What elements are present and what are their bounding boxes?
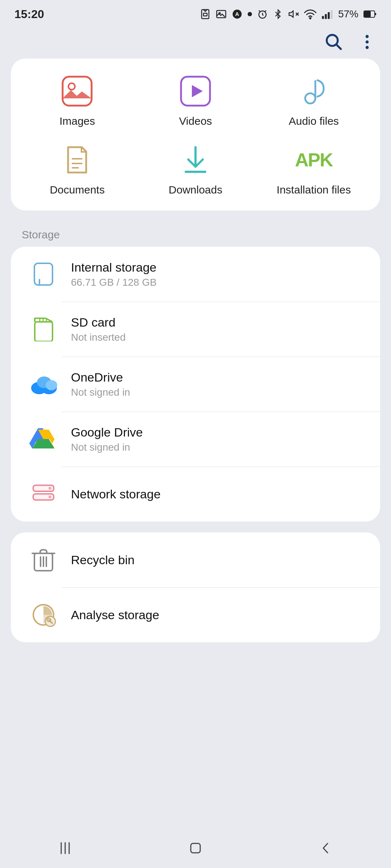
svg-rect-36 bbox=[39, 279, 40, 281]
svg-point-21 bbox=[366, 41, 369, 44]
recent-apps-button[interactable] bbox=[56, 839, 74, 857]
internal-storage-icon bbox=[29, 260, 58, 289]
svg-marker-7 bbox=[289, 11, 293, 17]
search-button[interactable] bbox=[324, 33, 343, 51]
audio-icon-wrap bbox=[296, 73, 332, 109]
images-icon-wrap bbox=[59, 73, 95, 109]
svg-rect-16 bbox=[375, 13, 376, 15]
alarm-icon bbox=[257, 9, 268, 20]
badge-icon: A bbox=[232, 9, 243, 20]
storage-googledrive[interactable]: Google Drive Not signed in bbox=[11, 412, 380, 467]
svg-point-27 bbox=[305, 93, 315, 103]
videos-icon-wrap bbox=[177, 73, 214, 109]
back-button[interactable] bbox=[317, 839, 335, 857]
svg-rect-58 bbox=[33, 494, 54, 500]
misc-card: Recycle bin Analyse storage bbox=[11, 532, 380, 642]
bluetooth-icon bbox=[273, 9, 283, 19]
analyse-storage-icon bbox=[29, 600, 58, 629]
svg-rect-17 bbox=[364, 11, 371, 17]
videos-label: Videos bbox=[179, 115, 212, 127]
svg-point-22 bbox=[366, 46, 369, 49]
analyse-storage[interactable]: Analyse storage bbox=[11, 587, 380, 642]
svg-point-10 bbox=[310, 18, 311, 19]
network-storage-icon bbox=[29, 480, 58, 509]
downloads-icon-wrap bbox=[177, 142, 214, 178]
sim-icon bbox=[200, 9, 211, 20]
googledrive-icon bbox=[29, 425, 58, 454]
svg-rect-23 bbox=[63, 77, 92, 106]
network-storage-text: Network storage bbox=[71, 487, 161, 501]
internal-storage-title: Internal storage bbox=[71, 260, 157, 275]
storage-network[interactable]: Network storage bbox=[11, 467, 380, 522]
wifi-icon bbox=[304, 9, 316, 20]
googledrive-text: Google Drive Not signed in bbox=[71, 425, 143, 453]
downloads-label: Downloads bbox=[169, 184, 222, 196]
svg-marker-26 bbox=[192, 85, 203, 97]
storage-list-card: Internal storage 66.71 GB / 128 GB SD ca… bbox=[11, 247, 380, 522]
sdcard-icon bbox=[29, 315, 58, 344]
svg-rect-12 bbox=[325, 14, 327, 19]
status-icons: A 57% bbox=[200, 8, 377, 20]
svg-rect-37 bbox=[35, 322, 52, 341]
storage-section-label: Storage bbox=[0, 221, 391, 247]
status-time: 15:20 bbox=[14, 8, 44, 21]
sdcard-title: SD card bbox=[71, 315, 126, 329]
home-button[interactable] bbox=[186, 839, 205, 857]
onedrive-subtitle: Not signed in bbox=[71, 387, 130, 398]
googledrive-subtitle: Not signed in bbox=[71, 442, 143, 453]
svg-point-20 bbox=[366, 35, 369, 38]
photo-icon bbox=[216, 9, 227, 20]
analyse-storage-title: Analyse storage bbox=[71, 608, 159, 622]
recycle-bin-title: Recycle bin bbox=[71, 553, 135, 567]
status-bar: 15:20 A 57% bbox=[0, 0, 391, 25]
category-card: Images Videos Audio files bbox=[11, 59, 380, 210]
network-storage-title: Network storage bbox=[71, 487, 161, 501]
svg-rect-71 bbox=[191, 843, 200, 853]
svg-line-19 bbox=[337, 45, 341, 49]
onedrive-text: OneDrive Not signed in bbox=[71, 370, 130, 398]
category-grid: Images Videos Audio files bbox=[18, 73, 373, 196]
navigation-bar bbox=[0, 832, 391, 868]
analyse-storage-text: Analyse storage bbox=[71, 608, 159, 622]
signal-icon bbox=[321, 9, 333, 20]
apk-label: Installation files bbox=[277, 184, 351, 196]
storage-onedrive[interactable]: OneDrive Not signed in bbox=[11, 357, 380, 412]
recycle-bin-icon bbox=[29, 545, 58, 574]
svg-rect-57 bbox=[33, 485, 54, 491]
recycle-bin[interactable]: Recycle bin bbox=[11, 532, 380, 587]
svg-text:A: A bbox=[235, 11, 239, 17]
svg-rect-34 bbox=[34, 263, 52, 285]
svg-point-44 bbox=[46, 380, 57, 390]
sdcard-subtitle: Not inserted bbox=[71, 332, 126, 343]
onedrive-title: OneDrive bbox=[71, 370, 130, 384]
apk-icon-wrap: APK bbox=[296, 142, 332, 178]
dot-indicator bbox=[248, 12, 252, 16]
recycle-bin-text: Recycle bin bbox=[71, 553, 135, 567]
svg-rect-11 bbox=[322, 16, 324, 19]
mute-icon bbox=[288, 9, 299, 20]
category-videos[interactable]: Videos bbox=[136, 73, 255, 127]
images-label: Images bbox=[59, 115, 95, 127]
category-images[interactable]: Images bbox=[18, 73, 136, 127]
category-downloads[interactable]: Downloads bbox=[136, 142, 255, 196]
svg-rect-13 bbox=[328, 12, 329, 19]
internal-storage-subtitle: 66.71 GB / 128 GB bbox=[71, 277, 157, 288]
category-apk[interactable]: APK Installation files bbox=[255, 142, 373, 196]
storage-sdcard[interactable]: SD card Not inserted bbox=[11, 302, 380, 357]
battery-percent: 57% bbox=[338, 8, 358, 20]
more-options-button[interactable] bbox=[358, 33, 377, 51]
googledrive-title: Google Drive bbox=[71, 425, 143, 439]
documents-icon-wrap bbox=[59, 142, 95, 178]
storage-internal[interactable]: Internal storage 66.71 GB / 128 GB bbox=[11, 247, 380, 302]
internal-storage-text: Internal storage 66.71 GB / 128 GB bbox=[71, 260, 157, 288]
svg-rect-1 bbox=[203, 13, 207, 16]
svg-point-24 bbox=[68, 83, 75, 90]
category-documents[interactable]: Documents bbox=[18, 142, 136, 196]
battery-icon bbox=[363, 10, 377, 18]
svg-rect-14 bbox=[331, 10, 332, 19]
audio-label: Audio files bbox=[289, 115, 339, 127]
toolbar bbox=[0, 25, 391, 59]
category-audio[interactable]: Audio files bbox=[255, 73, 373, 127]
documents-label: Documents bbox=[50, 184, 105, 196]
onedrive-icon bbox=[29, 370, 58, 399]
